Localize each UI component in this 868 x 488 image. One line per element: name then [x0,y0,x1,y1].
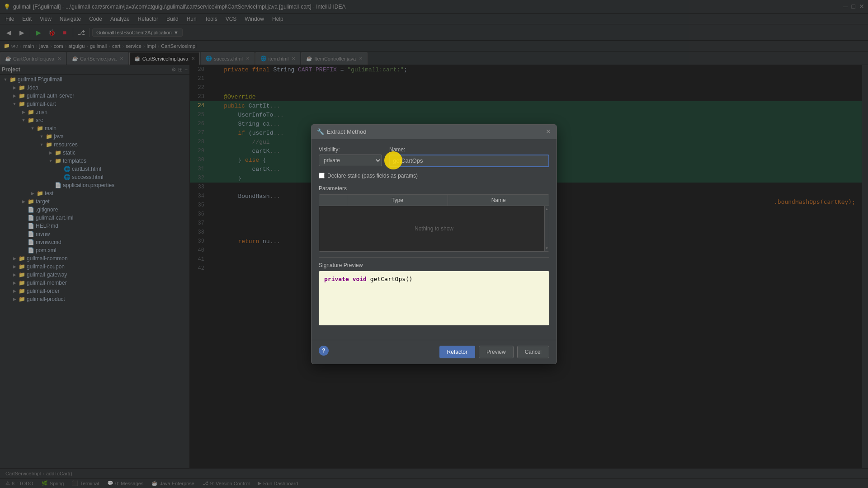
cancel-button[interactable]: Cancel [517,346,549,358]
params-empty-text: Nothing to show [415,225,453,232]
params-scrollbar[interactable]: ▲ ▼ [544,206,549,251]
dialog-close-button[interactable]: ✕ [546,128,551,135]
parameters-table: Type Name Nothing to show ▲ ▼ [319,194,549,252]
scroll-down-icon[interactable]: ▼ [545,246,549,250]
refactor-button[interactable]: Refactor [439,346,475,358]
dialog-title: Extract Method [327,128,546,135]
dialog-title-bar: 🔧 Extract Method ✕ [311,125,557,139]
help-button[interactable]: ? [319,346,329,356]
parameters-section: Parameters Type Name Nothing to show ▲ ▼ [319,185,549,252]
method-name-input[interactable] [389,155,549,167]
dialog-icon: 🔧 [317,128,324,135]
visibility-group: Visibility: private protected public pac… [319,146,382,166]
signature-body: private void getCartOps() [319,271,549,325]
extract-method-dialog-overlay: 🔧 Extract Method ✕ Visibility: private p… [0,0,868,488]
declare-static-checkbox[interactable] [319,173,325,178]
parameters-label: Parameters [319,185,549,192]
extract-method-dialog: 🔧 Extract Method ✕ Visibility: private p… [311,124,557,364]
params-header: Type Name [319,195,549,206]
name-col: Name [448,195,549,206]
type-col: Type [347,195,448,206]
dialog-body: Visibility: private protected public pac… [311,139,557,340]
visibility-name-row: Visibility: private protected public pac… [319,146,549,167]
scroll-up-icon[interactable]: ▲ [545,207,549,211]
dialog-buttons: ? Refactor Preview Cancel [311,340,557,364]
preview-button[interactable]: Preview [479,346,514,358]
name-label: Name: [389,146,549,153]
signature-section: Signature Preview private void getCartOp… [319,257,549,325]
signature-label: Signature Preview [319,257,549,268]
type-col-header [319,195,347,206]
visibility-label: Visibility: [319,146,382,153]
declare-static-label: Declare static (pass fields as params) [327,173,418,179]
params-body: Nothing to show ▲ ▼ [319,206,549,251]
declare-static-row: Declare static (pass fields as params) [319,173,549,179]
name-group: Name: [389,146,549,167]
visibility-select[interactable]: private protected public package-private [319,155,382,166]
